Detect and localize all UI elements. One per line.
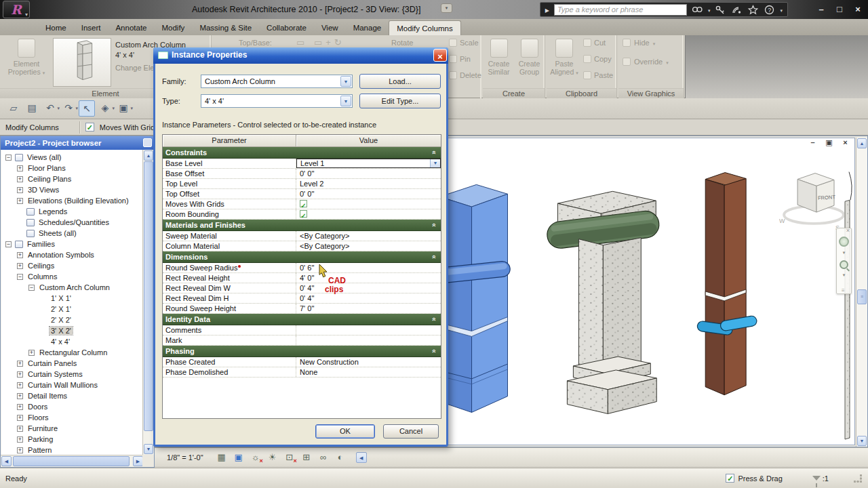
collapse-chevron-icon[interactable]: » <box>429 223 439 227</box>
tree-toggle-icon[interactable] <box>17 426 23 432</box>
tree-toggle-icon[interactable] <box>5 241 12 247</box>
tree-toggle-icon[interactable] <box>17 371 23 378</box>
view-minimize-button[interactable] <box>808 138 817 147</box>
scroll-down-arrow[interactable] <box>144 444 153 454</box>
ribbon-tab[interactable]: Insert <box>74 20 108 35</box>
parameter-row[interactable]: Top Offset » Top Offset 0' 0" <box>163 189 441 199</box>
dialog-title-bar[interactable]: Instance Properties <box>153 47 448 64</box>
tree-item[interactable]: Sheets (all) <box>1 228 142 239</box>
parameter-value[interactable]: None <box>296 367 441 377</box>
tree-item[interactable]: Furniture <box>1 423 142 434</box>
ok-button[interactable]: OK <box>315 424 375 439</box>
view-control-icon[interactable] <box>232 452 245 462</box>
checkbox[interactable] <box>300 210 307 218</box>
press-drag-checkbox[interactable] <box>726 474 734 483</box>
view-control-icon[interactable] <box>300 452 313 462</box>
toolbar-button[interactable] <box>42 100 58 117</box>
panel-menu-button[interactable] <box>143 138 152 147</box>
parameter-row[interactable]: Phase Created » Phase Created New Constr… <box>163 357 441 367</box>
parameter-row[interactable]: Rect Reveal Height » Rect Reveal Height … <box>163 273 441 283</box>
collapse-chevron-icon[interactable]: » <box>429 349 439 353</box>
tree-toggle-icon[interactable] <box>17 165 23 171</box>
ribbon-tab[interactable]: Modify Columns <box>389 20 460 35</box>
parameter-value[interactable] <box>296 325 441 335</box>
chevron-down-icon[interactable] <box>780 5 783 14</box>
parameter-value[interactable]: 0' 0" <box>296 169 441 178</box>
parameter-value[interactable]: 0' 6" <box>296 263 441 272</box>
ribbon-tab[interactable]: Manage <box>346 20 389 35</box>
application-menu-button[interactable]: R <box>3 1 30 18</box>
tree-item[interactable]: Doors <box>1 401 142 412</box>
tree-item[interactable]: Detail Items <box>1 390 142 401</box>
parameter-value[interactable]: 7' 0" <box>296 304 441 313</box>
parameter-value[interactable]: <By Category> <box>296 241 441 251</box>
ribbon-minimize-button[interactable] <box>441 3 452 13</box>
parameter-value[interactable]: New Construction <box>296 357 441 367</box>
parameter-value[interactable]: Level 2 <box>296 179 441 188</box>
zoom-icon[interactable] <box>840 260 848 269</box>
view-vertical-scrollbar[interactable] <box>856 138 867 447</box>
search-input[interactable] <box>554 4 687 16</box>
tree-item[interactable]: Floors <box>1 412 142 423</box>
ribbon-tab[interactable]: Modify <box>155 20 193 35</box>
tree-toggle-icon[interactable] <box>28 285 35 291</box>
chevron-down-icon[interactable] <box>708 5 711 14</box>
tree-item[interactable]: 2' X 1' <box>1 304 142 314</box>
tree-toggle-icon[interactable] <box>17 176 23 182</box>
tree-item[interactable]: 1' X 1' <box>1 293 142 304</box>
view-restore-button[interactable] <box>825 138 833 147</box>
parameter-row[interactable]: Constraints » Constraints <box>163 147 441 159</box>
group-header[interactable]: Materials and Finishes » <box>163 220 441 230</box>
copy-button[interactable]: Copy <box>583 55 612 63</box>
tree-item[interactable]: Curtain Panels <box>1 358 142 369</box>
collapse-chevron-icon[interactable]: » <box>429 317 439 321</box>
toolbar-button[interactable] <box>79 100 95 117</box>
scroll-down-arrow[interactable] <box>857 436 867 446</box>
parameter-row[interactable]: Round Sweep Height » Round Sweep Height … <box>163 304 441 314</box>
tree-item[interactable]: Curtain Wall Mullions <box>1 380 142 390</box>
combo-arrow-icon[interactable] <box>340 76 351 87</box>
group-header[interactable]: Identity Data » <box>163 314 441 325</box>
steering-wheel-icon[interactable] <box>839 237 849 247</box>
tree-item[interactable]: Columns <box>1 271 142 282</box>
tree-item[interactable]: Rectangular Column <box>1 347 142 358</box>
parameter-row[interactable]: Mark » Mark <box>163 336 441 346</box>
parameter-value[interactable]: <By Category> <box>296 231 441 241</box>
view-scale-label[interactable]: 1/8" = 1'-0" <box>167 453 203 462</box>
view-control-icon[interactable] <box>317 452 330 462</box>
toolbar-button[interactable] <box>97 100 113 117</box>
view-control-icon[interactable] <box>334 452 347 462</box>
tree-toggle-icon[interactable] <box>17 361 23 367</box>
concrete-column[interactable] <box>546 191 660 413</box>
ribbon-tab[interactable]: Massing & Site <box>192 20 259 35</box>
tree-item[interactable]: Views (all) <box>1 152 142 163</box>
parameter-row[interactable]: Dimensions » Dimensions <box>163 251 441 263</box>
tree-item[interactable]: 2' X 2' <box>1 314 142 325</box>
parameter-row[interactable]: Moves With Grids » Moves With Grids <box>163 199 441 209</box>
pin-button[interactable]: Pin <box>449 55 471 63</box>
browser-vertical-scrollbar[interactable] <box>142 150 154 455</box>
favorites-star-icon[interactable] <box>747 5 759 15</box>
tree-toggle-icon[interactable] <box>17 198 23 204</box>
family-select[interactable]: Custom Arch Column <box>201 75 353 88</box>
project-browser-header[interactable]: Project2 - Project browser <box>1 136 154 150</box>
parameter-row[interactable]: Sweep Material » Sweep Material <By Cate… <box>163 231 441 241</box>
communication-center-icon[interactable] <box>731 5 743 15</box>
parameter-row[interactable]: Room Bounding » Room Bounding <box>163 209 441 220</box>
scrollbar-thumb[interactable] <box>857 289 867 304</box>
parameter-value[interactable]: 0' 0" <box>296 189 441 199</box>
filter-icon[interactable] <box>812 476 821 481</box>
parameter-row[interactable]: Phase Demolished » Phase Demolished None <box>163 367 441 378</box>
view-control-icon[interactable] <box>249 452 262 462</box>
tree-item[interactable]: 3D Views <box>1 184 142 195</box>
parameter-value[interactable]: Level 1 <box>296 159 441 168</box>
element-properties-button[interactable]: Element Properties <box>4 39 49 77</box>
view-control-icon[interactable] <box>266 452 279 462</box>
tree-item[interactable]: Legends <box>1 206 142 217</box>
toolbar-button[interactable] <box>115 100 132 117</box>
close-button[interactable] <box>853 4 863 14</box>
view-control-icon[interactable] <box>283 452 296 462</box>
tree-toggle-icon[interactable] <box>17 263 23 269</box>
parameter-row[interactable]: Rect Reveal Dim W » Rect Reveal Dim W 0'… <box>163 283 441 293</box>
parameter-row[interactable]: Comments » Comments <box>163 325 441 336</box>
